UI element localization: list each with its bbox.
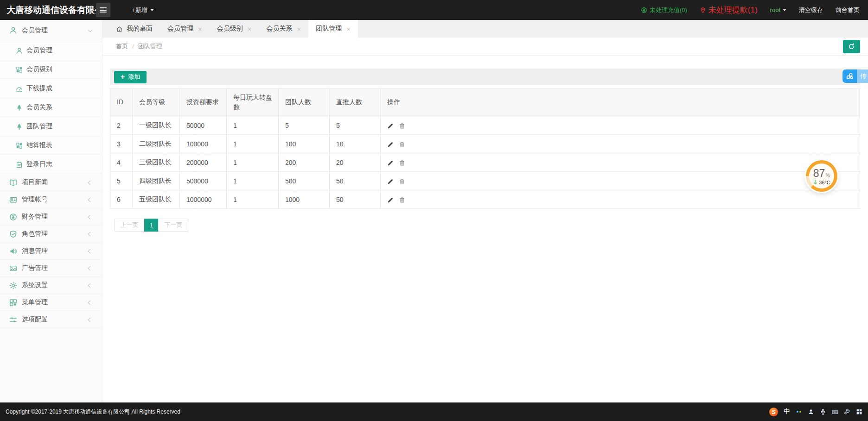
gear-icon	[9, 282, 17, 289]
add-new-dropdown[interactable]: +新增	[132, 6, 154, 14]
user-dropdown[interactable]: root	[770, 6, 786, 13]
netdisk-partial-tab: 传	[857, 69, 868, 83]
username: root	[770, 6, 780, 13]
sidebar-item-message-management[interactable]: 消息管理	[0, 243, 102, 260]
tab-my-desktop[interactable]: 我的桌面	[108, 20, 160, 38]
table-row: 2一级团队长50000155	[110, 116, 860, 135]
tab-member-level[interactable]: 会员级别×	[210, 20, 259, 38]
cell: 500	[279, 172, 330, 190]
sidebar-item-member-level[interactable]: 会员级别	[0, 60, 102, 79]
copyright-text: Copyright ©2017-2019 大唐移动通信设备有限公司 All Ri…	[6, 408, 180, 416]
tree-icon	[16, 104, 23, 111]
sidebar-item-label: 会员管理	[26, 46, 52, 55]
sidebar-item-ad-management[interactable]: 广告管理	[0, 260, 102, 277]
cell: 一级团队长	[133, 116, 180, 135]
topbar-right: 未处理充值(0) 未处理提款(1) root 清空缓存 前台首页	[641, 5, 868, 15]
home-icon	[116, 25, 123, 32]
cell: 2	[110, 116, 133, 135]
sidebar-item-admin-accounts[interactable]: 管理帐号	[0, 191, 102, 208]
delete-button[interactable]	[399, 123, 405, 129]
sidebar-item-settlement-report[interactable]: 结算报表	[0, 136, 102, 155]
cell: 5	[110, 172, 133, 190]
tab-member-management[interactable]: 会员管理×	[160, 20, 210, 38]
pending-withdraw-label: 未处理提款(1)	[708, 5, 758, 15]
tab-member-relation[interactable]: 会员关系×	[259, 20, 309, 38]
sidebar-item-label: 管理帐号	[22, 195, 48, 204]
delete-button[interactable]	[399, 141, 405, 148]
sidebar-item-menu-management[interactable]: 菜单管理	[0, 294, 102, 311]
shield-check-icon	[9, 230, 17, 238]
delete-button[interactable]	[399, 160, 405, 166]
tab-label: 会员级别	[217, 25, 243, 33]
tab-bar: 我的桌面会员管理×会员级别×会员关系×团队管理×	[102, 20, 868, 38]
close-icon[interactable]: ×	[297, 25, 301, 32]
mic-icon[interactable]	[820, 408, 826, 415]
front-home-link[interactable]: 前台首页	[836, 6, 860, 14]
table-row: 5四级团队长500000150050	[110, 172, 860, 190]
tools-icon[interactable]	[844, 408, 850, 415]
sidebar-item-login-log[interactable]: 登录日志	[0, 155, 102, 174]
sidebar-item-label: 菜单管理	[22, 298, 48, 307]
sidebar-toggle-button[interactable]	[96, 3, 110, 17]
column-header: 每日玩大转盘数	[227, 88, 279, 116]
chevron-left-icon	[88, 180, 93, 185]
dots-icon[interactable]	[796, 408, 802, 415]
close-icon[interactable]: ×	[346, 25, 351, 32]
person-tray-icon[interactable]	[808, 408, 814, 415]
edit-button[interactable]	[387, 141, 394, 148]
withdraw-pin-icon	[700, 7, 706, 13]
gauge-icon	[16, 85, 23, 92]
breadcrumb-current: 团队管理	[138, 42, 162, 50]
edit-button[interactable]	[387, 178, 394, 185]
sidebar-item-role-management[interactable]: 角色管理	[0, 226, 102, 243]
delete-button[interactable]	[399, 197, 405, 203]
user-icon	[16, 47, 23, 54]
sidebar-item-downline-commission[interactable]: 下线提成	[0, 79, 102, 98]
sidebar-item-member-relation[interactable]: 会员关系	[0, 98, 102, 117]
temperature-value: 36°C	[819, 180, 830, 185]
pending-recharge-link[interactable]: 未处理充值(0)	[641, 6, 687, 14]
pending-withdraw-link[interactable]: 未处理提款(1)	[700, 5, 758, 15]
report-grid-icon	[16, 142, 23, 149]
current-page-button[interactable]: 1	[144, 219, 159, 232]
grid-tray-icon[interactable]	[856, 408, 862, 415]
hamburger-icon	[100, 6, 107, 14]
sidebar-item-member-management-parent[interactable]: 会员管理	[0, 20, 102, 41]
tab-team-management[interactable]: 团队管理×	[308, 20, 358, 38]
clear-cache-link[interactable]: 清空缓存	[799, 6, 823, 14]
netdisk-float-widget[interactable]: 传	[842, 69, 868, 83]
close-icon[interactable]: ×	[198, 25, 202, 32]
cell: 5	[279, 116, 330, 135]
cell: 200	[279, 153, 330, 172]
cell: 6	[110, 190, 133, 209]
tab-label: 会员关系	[267, 25, 293, 33]
performance-ball-widget[interactable]: 87 % 36°C	[806, 160, 837, 192]
breadcrumb-home[interactable]: 首页	[116, 42, 128, 50]
thermometer-icon	[813, 180, 818, 185]
add-button[interactable]: + 添加	[114, 71, 147, 83]
sidebar-item-system-settings[interactable]: 系统设置	[0, 277, 102, 294]
sidebar-item-team-management[interactable]: 团队管理	[0, 117, 102, 136]
actions-cell	[381, 153, 860, 172]
edit-button[interactable]	[387, 123, 394, 129]
sidebar-item-member-management[interactable]: 会员管理	[0, 41, 102, 60]
sliders-icon	[9, 316, 17, 324]
sogou-icon[interactable]: S	[769, 408, 778, 416]
table-toolbar: + 添加	[110, 69, 860, 85]
edit-button[interactable]	[387, 197, 394, 203]
breadcrumb-row: 首页 / 团队管理	[102, 38, 868, 56]
delete-button[interactable]	[399, 178, 405, 185]
main-area: 我的桌面会员管理×会员级别×会员关系×团队管理× 首页 / 团队管理 + 添加	[102, 20, 868, 402]
sidebar-item-label: 消息管理	[22, 247, 48, 255]
ad-image-icon	[9, 264, 17, 272]
keyboard-icon[interactable]	[832, 408, 838, 415]
sidebar-item-finance-management[interactable]: 财务管理	[0, 208, 102, 226]
lang-indicator[interactable]: 中	[784, 408, 790, 416]
prev-page-button[interactable]: 上一页	[115, 219, 145, 232]
sidebar-item-project-news[interactable]: 项目新闻	[0, 174, 102, 191]
close-icon[interactable]: ×	[248, 25, 252, 32]
edit-button[interactable]	[387, 160, 394, 166]
refresh-button[interactable]	[843, 40, 860, 53]
next-page-button[interactable]: 下一页	[158, 219, 188, 232]
sidebar-item-option-config[interactable]: 选项配置	[0, 311, 102, 328]
